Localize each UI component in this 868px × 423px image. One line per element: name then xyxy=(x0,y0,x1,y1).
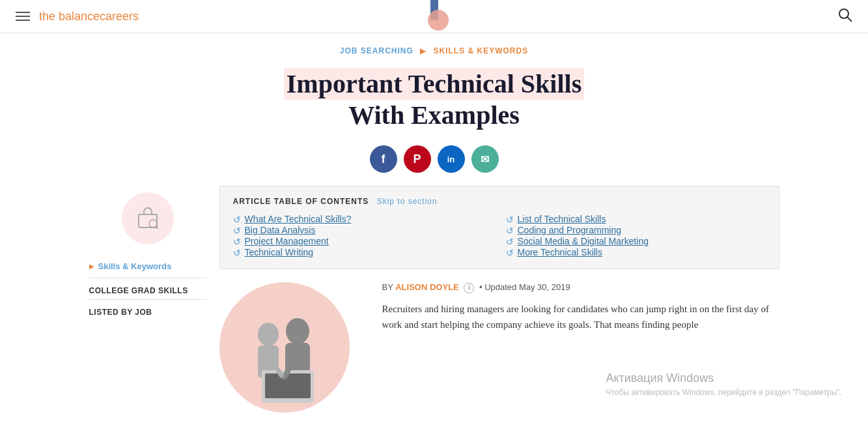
toc-arrow-icon-6: ↺ xyxy=(506,226,514,236)
search-button[interactable] xyxy=(838,8,852,25)
breadcrumb-current: SKILLS & KEYWORDS xyxy=(434,46,529,55)
toc-item-7: ↺ Social Media & Digital Marketing xyxy=(506,236,766,247)
header-left: the balancecareers xyxy=(16,10,139,23)
sidebar-icon-circle xyxy=(122,192,174,244)
breadcrumb-separator: ▶ xyxy=(420,46,427,55)
toc-left-col: ↺ What Are Technical Skills? ↺ Big Data … xyxy=(233,214,493,258)
toc-link-tech-writing[interactable]: Technical Writing xyxy=(245,247,314,257)
toc-item-8: ↺ More Technical Skills xyxy=(506,247,766,258)
email-share-button[interactable]: ✉ xyxy=(471,145,499,173)
article-intro-text: Recruiters and hiring managers are looki… xyxy=(382,301,779,332)
toc-item-4: ↺ Technical Writing xyxy=(233,247,493,258)
toc-item-1: ↺ What Are Technical Skills? xyxy=(233,214,493,225)
toc-link-more-skills[interactable]: More Technical Skills xyxy=(518,247,602,257)
linkedin-share-button[interactable]: in xyxy=(438,145,465,173)
toc-link-what-are[interactable]: What Are Technical Skills? xyxy=(245,214,352,224)
toc-grid: ↺ What Are Technical Skills? ↺ Big Data … xyxy=(233,214,766,258)
breadcrumb: JOB SEARCHING ▶ SKILLS & KEYWORDS xyxy=(0,33,868,62)
svg-line-3 xyxy=(847,17,852,22)
watermark-title: Активация Windows xyxy=(606,372,842,385)
article-image xyxy=(219,282,350,413)
briefcase-search-icon xyxy=(133,204,162,233)
toc-link-big-data[interactable]: Big Data Analysis xyxy=(245,225,316,235)
toc-arrow-icon-3: ↺ xyxy=(233,237,241,247)
toc-arrow-icon-5: ↺ xyxy=(506,214,514,225)
facebook-share-button[interactable]: f xyxy=(370,145,397,173)
search-icon xyxy=(838,8,852,22)
breadcrumb-parent[interactable]: JOB SEARCHING xyxy=(340,46,413,55)
site-header: the balancecareers xyxy=(0,0,868,33)
sidebar-item-label: Skills & Keywords xyxy=(98,261,172,271)
toc-item-6: ↺ Coding and Programming xyxy=(506,225,766,236)
author-info-icon[interactable]: i xyxy=(464,283,474,293)
svg-point-2 xyxy=(839,9,848,18)
site-logo[interactable]: the balancecareers xyxy=(39,10,139,23)
logo-plain: the balance xyxy=(39,10,100,23)
svg-rect-4 xyxy=(139,214,157,227)
article-title: Important Technical Skills With Examples xyxy=(0,62,868,135)
article-image-area xyxy=(219,282,363,413)
logo-accent: careers xyxy=(100,10,139,23)
sidebar-item-skills-keywords[interactable]: ▶ Skills & Keywords xyxy=(89,255,206,278)
hamburger-menu[interactable] xyxy=(16,12,30,21)
svg-point-9 xyxy=(286,318,309,344)
svg-point-7 xyxy=(258,323,279,346)
toc-link-social-media[interactable]: Social Media & Digital Marketing xyxy=(518,236,649,246)
toc-arrow-icon-8: ↺ xyxy=(506,248,514,258)
sidebar-section-listed-by-job[interactable]: LISTED BY JOB xyxy=(89,300,206,321)
sidebar: ▶ Skills & Keywords COLLEGE GRAD SKILLS … xyxy=(89,186,219,413)
sidebar-arrow-icon: ▶ xyxy=(89,263,94,270)
sidebar-icon-area xyxy=(89,192,206,244)
pinterest-share-button[interactable]: P xyxy=(404,145,431,173)
social-share-row: f P in ✉ xyxy=(0,135,868,186)
svg-rect-12 xyxy=(265,373,311,398)
byline-updated: • Updated May 30, 2019 xyxy=(479,282,570,292)
table-of-contents: ARTICLE TABLE OF CONTENTS Skip to sectio… xyxy=(219,186,779,269)
svg-point-1 xyxy=(428,10,449,31)
watermark-subtitle: Чтобы активировать Windows, перейдите в … xyxy=(606,388,842,397)
toc-link-project-mgmt[interactable]: Project Management xyxy=(245,236,329,246)
byline: BY ALISON DOYLE i • Updated May 30, 2019 xyxy=(382,282,779,293)
toc-link-coding[interactable]: Coding and Programming xyxy=(518,225,622,235)
byline-by: BY xyxy=(382,282,393,292)
toc-arrow-icon-7: ↺ xyxy=(506,237,514,247)
toc-arrow-icon-4: ↺ xyxy=(233,248,241,258)
title-line2: With Examples xyxy=(348,100,520,130)
author-name[interactable]: ALISON DOYLE xyxy=(395,282,459,292)
people-at-computer-illustration xyxy=(223,285,346,409)
toc-item-2: ↺ Big Data Analysis xyxy=(233,225,493,236)
toc-arrow-icon-1: ↺ xyxy=(233,214,241,225)
toc-item-3: ↺ Project Management xyxy=(233,236,493,247)
toc-skip-link[interactable]: Skip to section xyxy=(377,197,438,206)
header-logo-center xyxy=(420,0,449,36)
toc-link-list-skills[interactable]: List of Technical Skills xyxy=(518,214,606,224)
windows-watermark: Активация Windows Чтобы активировать Win… xyxy=(606,372,842,397)
toc-title: ARTICLE TABLE OF CONTENTS xyxy=(233,197,369,206)
title-line1: Important Technical Skills xyxy=(284,68,584,100)
toc-right-col: ↺ List of Technical Skills ↺ Coding and … xyxy=(506,214,766,258)
center-logo-icon xyxy=(420,0,449,33)
toc-header: ARTICLE TABLE OF CONTENTS Skip to sectio… xyxy=(233,197,766,206)
toc-arrow-icon-2: ↺ xyxy=(233,226,241,236)
toc-item-5: ↺ List of Technical Skills xyxy=(506,214,766,225)
sidebar-section-college-grad[interactable]: COLLEGE GRAD SKILLS xyxy=(89,278,206,300)
